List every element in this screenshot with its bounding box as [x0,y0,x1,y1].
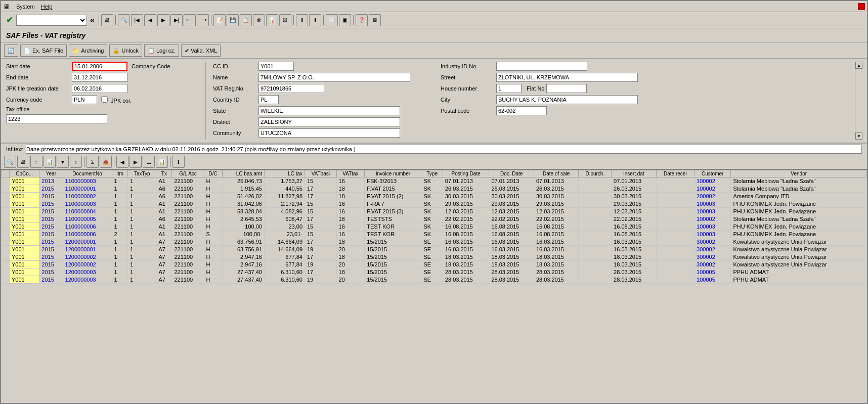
table-sort-btn[interactable]: ↕ [70,156,82,168]
col-vatbasi[interactable]: VATbasi [305,170,337,177]
postal-input[interactable] [496,106,547,115]
save-btn[interactable]: 💾 [227,14,239,26]
copy-btn[interactable]: 📋 [240,14,252,26]
green-check-btn[interactable]: ✔ [3,14,15,26]
col-type[interactable]: Type [421,170,443,177]
city-input[interactable] [496,95,638,104]
download-btn[interactable]: ⬇ [309,14,321,26]
table-row[interactable]: Y0012015120000000311A7221100H27.437,406.… [2,268,867,276]
col-glacc[interactable]: G/L Acc [172,170,204,177]
table-row[interactable]: Y0012015120000000311A7221100H27.437,406.… [2,276,867,284]
col-posting[interactable]: Posting Date [443,170,489,177]
street-input[interactable] [496,73,638,82]
col-sale[interactable]: Date of sale [534,170,579,177]
table-export-btn[interactable]: 📤 [100,156,112,168]
col-vendor[interactable]: Vendor [731,170,867,177]
end-date-input[interactable] [72,73,127,82]
ex-saf-btn[interactable]: 📄 Ex. SAF File [20,44,67,57]
scroll-up-btn[interactable]: ▲ [855,62,862,69]
menu-system[interactable]: System [16,4,35,10]
flat-input[interactable] [546,84,587,93]
col-lctax[interactable]: LC tax [264,170,305,177]
col-tx[interactable]: Tx [156,170,172,177]
name-input[interactable] [258,73,410,82]
command-combo[interactable] [16,15,87,26]
col-taxtyp[interactable]: TaxTyp [128,170,156,177]
delete-btn[interactable]: 🗑 [253,14,265,26]
col-lcbas[interactable]: LC bas.amt [222,170,264,177]
table-row[interactable]: Y0012015110000000511A6221100H2.645,53608… [2,215,867,223]
district-input[interactable] [258,117,400,126]
table-prev-btn[interactable]: ◀ [116,156,128,168]
col-insert[interactable]: Insert.dat [612,170,657,177]
col-doc[interactable]: Doc. Date [489,170,534,177]
ccid-input[interactable] [258,62,294,71]
unlock-btn[interactable]: 🔓 Unlock [109,44,142,57]
start-date-input[interactable] [72,62,127,71]
logi-btn[interactable]: 📋 Logi cz. [144,44,179,57]
nav-last[interactable]: ▶| [170,14,183,26]
help-btn[interactable]: ❓ [356,14,368,26]
col-docno[interactable]: DocumentNo [63,170,112,177]
window-btn[interactable]: ⬜ [326,14,338,26]
table-bar-btn[interactable]: 📊 [156,156,168,168]
house-input[interactable] [496,84,522,93]
nav-prev[interactable]: ◀ [144,14,156,26]
nav-back[interactable]: « [88,15,97,26]
print-btn[interactable]: 🖶 [101,14,113,26]
jpk-cor-checkbox[interactable] [101,96,108,103]
col-itm[interactable]: Itm [112,170,128,177]
col-year[interactable]: Year [39,170,63,177]
table-find-btn[interactable]: 🔍 [4,156,16,168]
create-btn[interactable]: 📝 [213,14,226,26]
table-row[interactable]: Y0012015110000000621A1221100S100,00-23,0… [2,231,867,238]
scroll-down-btn[interactable]: ▼ [855,132,862,140]
col-dc[interactable]: D/C [204,170,222,177]
menu-help[interactable]: Help [41,4,53,10]
col-customer[interactable]: Customer [695,170,731,177]
nav-btn3[interactable]: ⟶ [197,14,209,26]
select-btn[interactable]: ☑ [279,14,291,26]
country-input[interactable] [258,95,279,104]
tax-office-input[interactable] [6,114,107,123]
table-row[interactable]: Y0012015120000000211A7221100H2.947,16677… [2,253,867,261]
window2-btn[interactable]: ▣ [339,14,351,26]
multi-btn[interactable]: 📊 [266,14,278,26]
table-layout-btn[interactable]: ⚏ [143,156,155,168]
inf-text-input[interactable] [26,145,862,154]
col-vattax[interactable]: VATtax [336,170,365,177]
col-invoice[interactable]: Invoice number [365,170,421,177]
table-print-btn[interactable]: 🖶 [17,156,29,168]
table-info-btn[interactable]: ℹ [172,156,185,168]
upload-btn[interactable]: ⬆ [296,14,308,26]
currency-input[interactable] [72,95,97,104]
archiving-btn[interactable]: 📁 Archiving [69,44,107,57]
industry-input[interactable] [496,62,587,71]
table-filter-btn[interactable]: ▼ [57,156,69,168]
table-row[interactable]: Y0012015110000000211A6221100H51.426,0211… [2,193,867,200]
table-row[interactable]: Y0012013110000000311A1221100H25.046,731.… [2,177,867,185]
nav-first[interactable]: |◀ [131,14,143,26]
valid-xml-btn[interactable]: ✔ Valid. XML [181,44,221,57]
jpk-date-input[interactable] [72,84,127,93]
back-action-btn[interactable]: 🔄 [4,44,18,57]
table-row[interactable]: Y0012015120000000211A7221100H2.947,16677… [2,261,867,268]
col-daterei[interactable]: Date recei [656,170,694,177]
close-btn[interactable] [858,3,865,10]
table-sum-btn[interactable]: Σ [86,156,99,168]
nav-btn2[interactable]: ⟵ [184,14,196,26]
table-row[interactable]: Y0012015120000000111A7221100H63.756,9114… [2,238,867,246]
table-tree-btn[interactable]: 📊 [44,156,56,168]
table-list-btn[interactable]: ≡ [30,156,42,168]
gui-btn[interactable]: 🖥 [369,14,381,26]
community-input[interactable] [258,128,400,138]
table-row[interactable]: Y0012015110000000411A1221100H58.328,044.… [2,208,867,215]
vat-input[interactable] [258,84,324,93]
table-row[interactable]: Y0012015110000000111A6221100H1.915,45440… [2,185,867,193]
table-row[interactable]: Y0012015110000000311A1221100H31.042,062.… [2,200,867,208]
table-row[interactable]: Y0012015110000000611A1221100H100,0023,00… [2,223,867,231]
col-dpurch[interactable]: D.purch. [579,170,612,177]
state-input[interactable] [258,106,400,115]
find-btn[interactable]: 🔍 [118,14,130,26]
table-row[interactable]: Y0012015120000000111A7221100H63.756,9114… [2,246,867,253]
